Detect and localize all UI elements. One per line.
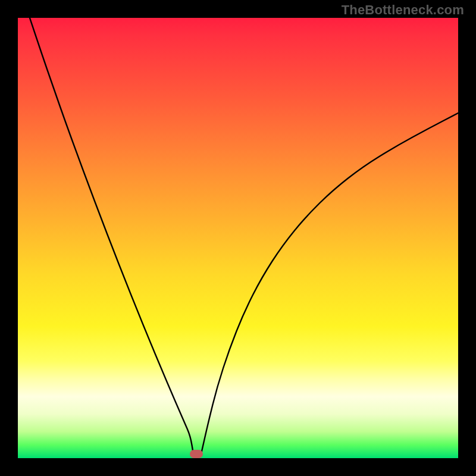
curve-left-branch [30,18,193,454]
plot-area [18,18,458,458]
curve-right-branch [201,113,458,454]
curve-layer [18,18,458,458]
minimum-marker [190,450,203,458]
chart-container: TheBottleneck.com [0,0,476,476]
watermark-text: TheBottleneck.com [342,2,464,18]
